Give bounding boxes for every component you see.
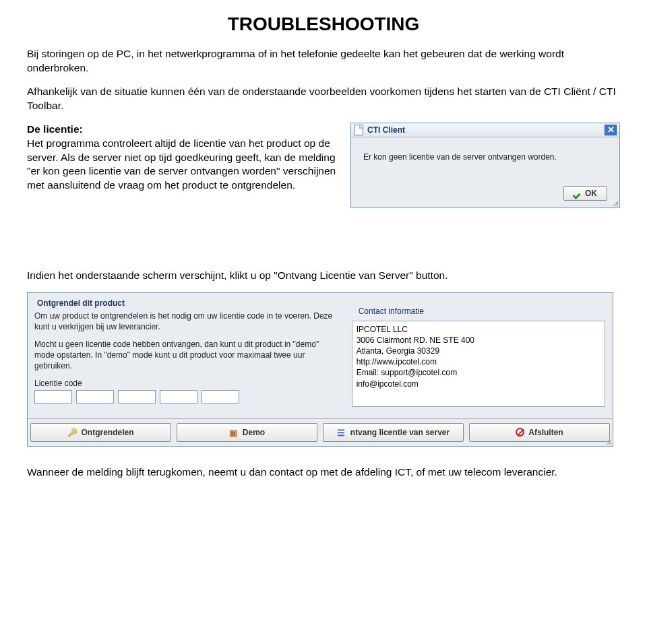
server-icon — [337, 428, 346, 437]
demo-icon — [229, 428, 239, 437]
ontgrendelen-label: Ontgrendelen — [81, 428, 133, 437]
ok-button-label: OK — [585, 189, 597, 198]
resize-grip-icon[interactable] — [610, 198, 618, 206]
contact-line: Email: support@ipcotel.com — [357, 367, 600, 378]
contact-line: Atlanta, Georgia 30329 — [357, 346, 600, 356]
licentie-input-3[interactable] — [118, 390, 156, 404]
unlock-intro-2: Mocht u geen licentie code hebben ontvan… — [34, 339, 339, 372]
licentie-code-label: Licentie code — [34, 379, 339, 388]
paragraph-intro-2: Afhankelijk van de situatie kunnen één v… — [27, 85, 620, 113]
dialog-title-text: CTI Client — [367, 125, 405, 135]
close-icon[interactable]: ✕ — [605, 125, 617, 135]
afsluiten-label: Afsluiten — [528, 428, 563, 437]
licentie-code-inputs — [34, 390, 339, 404]
contact-line: http://www.ipcotel.com — [357, 356, 600, 367]
contact-line: 3006 Clairmont RD. NE STE 400 — [357, 335, 600, 346]
licentie-heading: De licentie: — [27, 123, 342, 137]
dialog-ontgrendel: Ontgrendel dit product Om uw product te … — [27, 292, 613, 447]
unlock-intro-1: Om uw product te ontgrendelen is het nod… — [34, 311, 339, 332]
check-icon — [574, 189, 582, 197]
ontvang-licentie-button[interactable]: ntvang licentie van server — [323, 423, 464, 442]
paragraph-instruction: Indien het onderstaande scherm verschijn… — [27, 269, 620, 283]
ontvang-label: ntvang licentie van server — [350, 428, 450, 437]
paragraph-intro-1: Bij storingen op de PC, in het netwerkpr… — [27, 47, 620, 75]
dialog-message: Er kon geen licentie van de server ontva… — [363, 152, 607, 162]
no-entry-icon — [516, 428, 524, 437]
demo-button[interactable]: Demo — [177, 423, 317, 442]
contact-line: info@ipcotel.com — [357, 379, 600, 389]
paragraph-footer: Wanneer de melding blijft terugkomen, ne… — [27, 465, 620, 480]
paragraph-licentie: De licentie: Het programma controleert a… — [27, 123, 342, 193]
key-icon — [67, 428, 77, 437]
ok-button[interactable]: OK — [563, 186, 607, 201]
licentie-input-5[interactable] — [202, 390, 239, 404]
dialog-cti-client: CTI Client ✕ Er kon geen licentie van de… — [350, 123, 620, 208]
licentie-input-2[interactable] — [76, 390, 114, 404]
contact-line: IPCOTEL LLC — [357, 324, 600, 335]
contact-legend: Contact informatie — [356, 307, 427, 316]
demo-label: Demo — [243, 428, 265, 437]
licentie-text: Het programma controleert altijd de lice… — [27, 137, 336, 191]
fieldset-title: Ontgrendel dit product — [34, 298, 606, 311]
button-bar: Ontgrendelen Demo ntvang licentie van se… — [28, 418, 613, 446]
page-title: TROUBLESHOOTING — [27, 13, 620, 35]
licentie-input-4[interactable] — [160, 390, 197, 404]
contact-info-box: IPCOTEL LLC 3006 Clairmont RD. NE STE 40… — [352, 321, 605, 407]
ontgrendelen-button[interactable]: Ontgrendelen — [30, 423, 171, 442]
document-icon — [354, 125, 363, 135]
dialog-titlebar[interactable]: CTI Client ✕ — [351, 123, 619, 137]
licentie-input-1[interactable] — [34, 390, 72, 404]
resize-grip-icon[interactable] — [603, 437, 611, 445]
afsluiten-button[interactable]: Afsluiten — [469, 423, 610, 442]
